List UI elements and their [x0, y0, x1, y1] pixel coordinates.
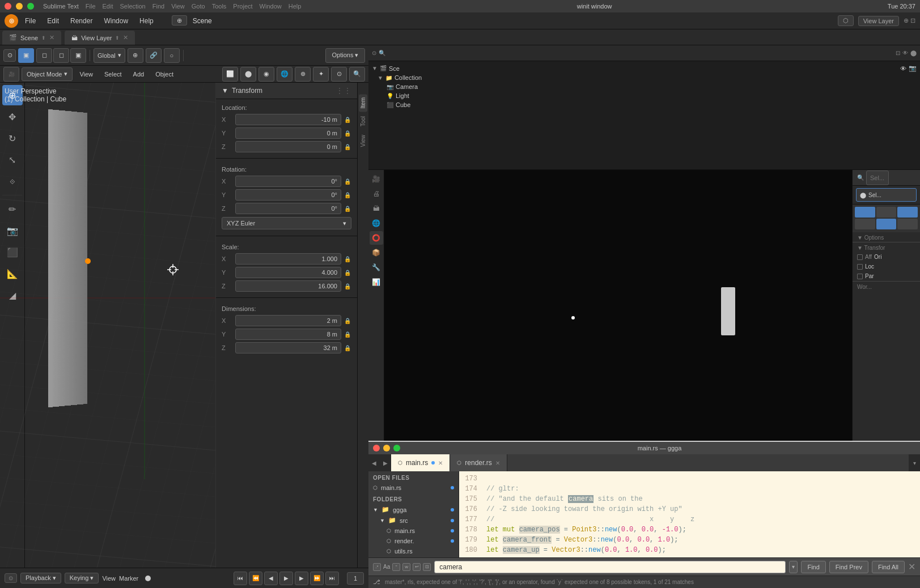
view-menu[interactable]: View	[75, 69, 97, 79]
modifier-prop-icon[interactable]: 🔧	[370, 261, 383, 274]
3d-canvas[interactable]: Z X Y	[0, 83, 368, 568]
options-dropdown-btn[interactable]: Options ▾	[325, 48, 365, 63]
jump-end-btn[interactable]: ⏭	[325, 572, 339, 585]
workspace-selector[interactable]: ⊕	[172, 17, 187, 24]
outliner-cursor-icon[interactable]: ⬤	[910, 50, 917, 56]
playback-dropdown[interactable]: Playback ▾	[20, 573, 61, 583]
gizmo-btn[interactable]: ⊙	[331, 67, 347, 82]
euler-dropdown[interactable]: XYZ Euler ▾	[222, 217, 351, 229]
context-checkbox[interactable]: ⊡	[423, 563, 431, 571]
outliner-filter-icon[interactable]: ⊡	[896, 50, 900, 56]
cube-row[interactable]: ⬛ Cube	[368, 100, 920, 109]
menu-view[interactable]: View	[171, 3, 185, 10]
scene-row[interactable]: ▼ 🎬 Sce 👁 📷	[368, 63, 920, 73]
scale-z-lock[interactable]: 🔒	[344, 282, 351, 290]
data-prop-icon[interactable]: 📊	[370, 275, 383, 289]
engine-selector[interactable]: ⬡	[838, 15, 854, 26]
viewport-type-icon[interactable]: 🎥	[3, 67, 19, 82]
view-layer-prop-icon[interactable]: 🏔	[370, 202, 383, 215]
play-btn[interactable]: ▶	[279, 572, 293, 585]
world-prop-icon[interactable]: ⭕	[370, 231, 383, 245]
scale-z-input[interactable]: 16.000	[235, 280, 341, 292]
find-button[interactable]: Find	[801, 561, 825, 573]
regex-checkbox[interactable]: .*	[373, 563, 381, 571]
scene-tab[interactable]: 🎬 Scene ⬆ ✕	[2, 31, 61, 45]
blender-menu-help[interactable]: Help	[135, 15, 158, 27]
scene-tab-maximize[interactable]: ⬆	[41, 35, 46, 41]
file-utils-rs[interactable]: ⬡ utils.rs	[368, 546, 459, 556]
dim-z-lock[interactable]: 🔒	[344, 344, 351, 352]
overlays-btn[interactable]: ⊕	[295, 67, 311, 82]
editor-minimize-dot[interactable]	[383, 445, 390, 451]
blender-menu-edit[interactable]: Edit	[43, 15, 63, 27]
tabs-nav-left[interactable]: ◀	[368, 454, 380, 471]
folder-ggga[interactable]: ▼ 📁 ggga	[368, 504, 459, 515]
word-checkbox[interactable]: w	[402, 563, 410, 571]
menu-window[interactable]: Window	[260, 3, 282, 10]
view-layer-maximize-icon[interactable]: ⬆	[115, 35, 120, 41]
tab-close-main[interactable]: ✕	[438, 460, 443, 466]
scroll-tab-btn[interactable]: ▾	[909, 454, 920, 471]
collection-row[interactable]: ▼ 📁 Collection	[368, 73, 920, 82]
find-all-button[interactable]: Find All	[872, 561, 905, 573]
tab-render-rs[interactable]: ⬡ render.rs ✕	[450, 454, 507, 471]
marker-btn[interactable]: Marker	[119, 575, 138, 582]
dim-y-lock[interactable]: 🔒	[344, 330, 351, 338]
location-y-lock[interactable]: 🔒	[344, 129, 351, 137]
3d-cursor[interactable]	[167, 264, 179, 275]
solid-btn[interactable]: ⬤	[240, 67, 256, 82]
transform-pivot-btn[interactable]: ⊕	[128, 48, 143, 63]
select-menu[interactable]: Select	[100, 69, 126, 79]
xray-btn[interactable]: ✦	[313, 67, 329, 82]
item-tab[interactable]: Item	[359, 94, 367, 112]
viewport-canvas[interactable]: ⊕ ✥ ↻ ⤡ ⟐ ✏ 📷 ⬛ 📐 ◢	[0, 83, 368, 568]
keying-dropdown[interactable]: Keying ▾	[65, 573, 99, 583]
outliner-mode-icon[interactable]: ⊙	[372, 50, 376, 56]
par-checkbox[interactable]	[857, 274, 863, 279]
tool-tab[interactable]: Tool	[359, 113, 367, 130]
face-select-btn[interactable]: ▣	[70, 48, 86, 63]
file-render-rs[interactable]: ⬡ render.	[368, 536, 459, 546]
active-tool-display[interactable]: ⬤ Sel...	[856, 188, 917, 202]
fullscreen-dot[interactable]	[27, 3, 34, 10]
view-layer-tab[interactable]: 🏔 View Layer ⬆ ✕	[65, 31, 135, 45]
menu-find[interactable]: Find	[152, 3, 164, 10]
object-prop-icon[interactable]: 📦	[370, 246, 383, 259]
menu-goto[interactable]: Goto	[192, 3, 205, 10]
blender-menu-window[interactable]: Window	[99, 15, 133, 27]
panel-options-icon[interactable]: ⋮⋮	[336, 86, 351, 95]
tab-main-rs[interactable]: ⬡ main.rs ✕	[391, 454, 450, 471]
vertex-select-btn[interactable]: ◻	[36, 48, 52, 63]
scene-tab-close-icon[interactable]: ✕	[49, 34, 54, 41]
editor-close-dot[interactable]	[373, 445, 380, 451]
edge-select-btn[interactable]: ◻	[53, 48, 69, 63]
rotation-y-input[interactable]: 0°	[235, 189, 341, 201]
blender-menu-file[interactable]: File	[20, 15, 40, 27]
file-main-rs[interactable]: ⬡ main.rs	[368, 483, 459, 493]
render-prop-icon[interactable]: 🎥	[370, 172, 383, 186]
next-frame-btn[interactable]: ▶	[295, 572, 308, 585]
rotation-z-lock[interactable]: 🔒	[344, 204, 351, 212]
menu-file[interactable]: File	[86, 3, 96, 10]
camera-row[interactable]: 📷 Camera	[368, 82, 920, 91]
proportional-btn[interactable]: ○	[164, 48, 180, 63]
affect-checkbox[interactable]	[857, 254, 863, 260]
loc-checkbox[interactable]	[857, 264, 863, 270]
dim-x-input[interactable]: 2 m	[235, 315, 341, 326]
select-box-btn[interactable]: ▣	[18, 48, 34, 63]
rotation-x-lock[interactable]: 🔒	[344, 177, 351, 185]
find-text-input[interactable]	[434, 561, 786, 573]
close-dot[interactable]	[5, 3, 11, 10]
scale-y-input[interactable]: 4.000	[235, 267, 341, 278]
file-main-rs-2[interactable]: ⬡ main.rs	[368, 526, 459, 536]
location-z-lock[interactable]: 🔒	[344, 143, 351, 151]
prev-frame-btn[interactable]: ◀	[264, 572, 278, 585]
render-btn[interactable]: 🌐	[277, 67, 292, 82]
view-btn[interactable]: View	[102, 575, 116, 582]
scale-y-lock[interactable]: 🔒	[344, 269, 351, 276]
view-layer-selector[interactable]: View Layer	[858, 16, 899, 26]
folder-src[interactable]: ▼ 📁 src	[368, 515, 459, 526]
code-lines-content[interactable]: // gltr: // "and the default camera sits…	[482, 471, 920, 557]
minimize-dot[interactable]	[16, 3, 23, 10]
global-dropdown[interactable]: Global ▾	[94, 48, 125, 63]
